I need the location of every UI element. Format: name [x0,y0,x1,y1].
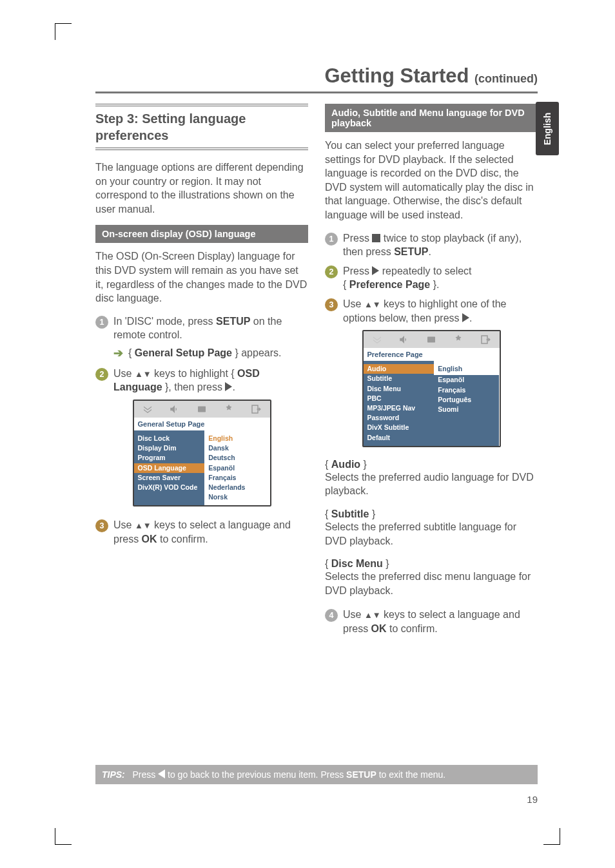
left-column: Step 3: Setting language preferences The… [95,100,308,641]
tab-audio-icon [391,331,418,348]
stop-icon [372,234,380,242]
tab-preference-icon [445,331,472,348]
up-down-icon: ▲▼ [364,299,381,311]
step-number-3: 3 [325,298,338,311]
r-step-4-text: Use ▲▼ keys to select a language and pre… [343,608,538,635]
step-2: 2 Use ▲▼ keys to highlight { OSD Languag… [95,367,308,394]
crop-mark [55,828,72,845]
language-tab-label: English [542,112,552,145]
title-underline [95,92,538,93]
tab-video-icon [418,331,445,348]
r-step-2-text: Press repeatedly to select { Preference … [343,264,538,292]
tab-audio-icon [161,401,188,418]
svg-rect-2 [427,337,435,343]
right-column: Audio, Subtitle and Menu language for DV… [325,100,538,641]
crop-mark [543,828,560,845]
step-number-3: 3 [95,519,108,532]
intro-paragraph: The language options are different depen… [95,160,308,216]
step-heading: Step 3: Setting language preferences [95,110,308,144]
tab-preference-icon [215,401,242,418]
menu-title: General Setup Page [134,418,270,430]
right-icon [462,313,469,322]
def-subtitle: { Subtitle } Selects the preferred subti… [325,508,538,548]
r-step-3: 3 Use ▲▼ keys to highlight one of the op… [325,297,538,325]
r-step-1-text: Press twice to stop playback (if any), t… [343,231,538,259]
left-icon [158,769,165,778]
step-number-2: 2 [325,265,338,278]
preference-page-menu: Preference Page Audio Subtitle Disc Menu… [362,330,501,447]
menu-left-items: Audio Subtitle Disc Menu PBC MP3/JPEG Na… [364,361,434,446]
tips-label: TIPS: [102,769,125,780]
general-setup-menu: General Setup Page Disc Lock Display Dim… [133,400,271,507]
step-number-2: 2 [95,368,108,381]
step-1: 1 In 'DISC' mode, press SETUP on the rem… [95,314,308,342]
tab-exit-icon [472,331,499,348]
def-audio: { Audio } Selects the preferred audio la… [325,459,538,498]
page-title: Getting Started (continued) [95,64,538,88]
osd-paragraph: The OSD (On-Screen Display) language for… [95,249,308,305]
step-3: 3 Use ▲▼ keys to select a language and p… [95,518,308,546]
menu-right-items: English Espanöl Français Português Suomi [434,361,499,446]
step-2-text: Use ▲▼ keys to highlight { OSD Language … [113,367,308,394]
language-tab: English [536,102,559,155]
up-down-icon: ▲▼ [364,610,381,621]
step-number-1: 1 [325,233,338,246]
up-down-icon: ▲▼ [135,520,151,532]
r-step-3-text: Use ▲▼ keys to highlight one of the opti… [343,297,538,325]
menu-title: Preference Page [364,348,500,361]
crop-mark [55,23,72,40]
playback-intro: You can select your preferred language s… [325,139,538,222]
step-3-text: Use ▲▼ keys to select a language and pre… [113,518,308,546]
r-step-1: 1 Press twice to stop playback (if any),… [325,231,538,259]
step-number-4: 4 [325,609,338,622]
page-number: 19 [527,794,538,805]
tab-video-icon [188,401,215,418]
menu-right-items: English Dansk Deutsch Espanöl Français N… [204,430,269,506]
sub-heading-osd: On-screen display (OSD) language [95,225,308,243]
tab-exit-icon [242,401,269,418]
tips-bar: TIPS: Press to go back to the previous m… [95,765,538,784]
step-1-text: In 'DISC' mode, press SETUP on the remot… [113,314,308,342]
r-step-4: 4 Use ▲▼ keys to select a language and p… [325,608,538,635]
up-down-icon: ▲▼ [135,369,151,380]
r-step-2: 2 Press repeatedly to select { Preferenc… [325,264,538,292]
svg-rect-0 [198,406,206,412]
tab-general-icon [134,401,161,418]
menu-left-items: Disc Lock Display Dim Program OSD Langua… [134,430,205,506]
menu-tabs [364,331,500,348]
tab-general-icon [364,331,391,348]
step-1-result: ➔ { General Setup Page } appears. [113,347,308,360]
def-discmenu: { Disc Menu } Selects the preferred disc… [325,558,538,597]
title-continued: (continued) [474,72,538,85]
arrow-icon: ➔ [113,347,123,360]
title-main: Getting Started [324,64,469,87]
menu-tabs [134,401,270,418]
sub-heading-playback-lang: Audio, Subtitle and Menu language for DV… [325,104,538,132]
step-number-1: 1 [95,316,108,329]
right-icon [372,266,379,275]
right-icon [225,382,232,391]
